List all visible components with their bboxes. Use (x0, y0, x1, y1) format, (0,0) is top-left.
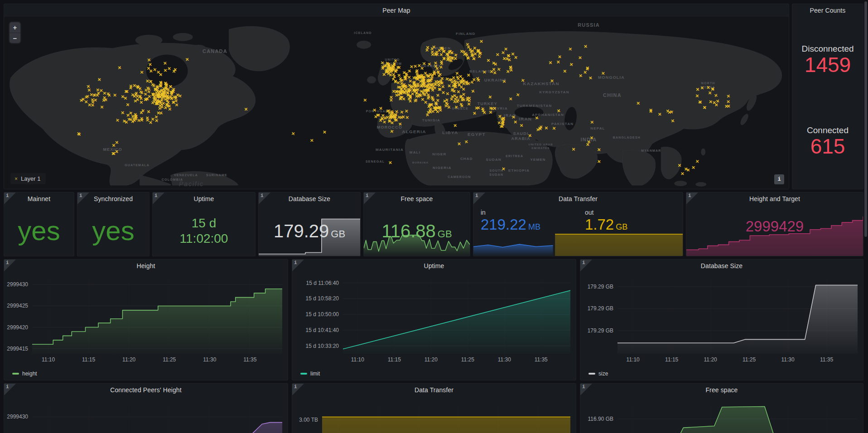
peer-marker[interactable]: ✕ (418, 74, 422, 79)
peer-marker[interactable]: ✕ (461, 96, 465, 101)
panel-info-icon[interactable]: i (473, 192, 485, 204)
peer-marker[interactable]: ✕ (398, 121, 402, 127)
peer-marker[interactable]: ✕ (691, 165, 695, 170)
peer-marker[interactable]: ✕ (636, 101, 640, 106)
peer-marker[interactable]: ✕ (404, 77, 408, 82)
peer-marker[interactable]: ✕ (586, 142, 590, 147)
peer-marker[interactable]: ✕ (430, 96, 435, 101)
panel-info-icon[interactable]: i (364, 192, 376, 204)
peer-marker[interactable]: ✕ (161, 91, 165, 96)
peer-marker[interactable]: ✕ (124, 89, 128, 94)
peer-marker[interactable]: ✕ (727, 104, 731, 109)
peer-marker[interactable]: ✕ (420, 66, 424, 71)
peer-marker[interactable]: ✕ (310, 138, 314, 143)
panel-info-icon[interactable]: i (77, 192, 89, 204)
peer-marker[interactable]: ✕ (476, 77, 481, 83)
peer-marker[interactable]: ✕ (125, 102, 130, 108)
peer-marker[interactable]: ✕ (703, 105, 707, 111)
peer-marker[interactable]: ✕ (402, 70, 406, 75)
peer-marker[interactable]: ✕ (122, 119, 126, 124)
peer-marker[interactable]: ✕ (387, 67, 391, 72)
peer-marker[interactable]: ✕ (552, 125, 556, 131)
peer-marker[interactable]: ✕ (427, 78, 431, 83)
peer-marker[interactable]: ✕ (159, 72, 163, 77)
panel-info-icon[interactable]: i (580, 260, 592, 271)
peer-marker[interactable]: ✕ (154, 99, 159, 104)
peer-marker[interactable]: ✕ (291, 131, 295, 136)
peer-marker[interactable]: ✕ (453, 96, 458, 102)
peer-marker[interactable]: ✕ (163, 86, 168, 91)
peer-marker[interactable]: ✕ (148, 62, 153, 67)
map-layer-legend[interactable]: × Layer 1 (10, 173, 46, 184)
peer-marker[interactable]: ✕ (649, 108, 653, 113)
peer-marker[interactable]: ✕ (597, 159, 601, 164)
legend-item[interactable]: limit (300, 370, 320, 377)
peer-marker[interactable]: ✕ (715, 99, 720, 104)
panel-info-icon[interactable]: i (4, 192, 16, 204)
peer-marker[interactable]: ✕ (457, 141, 461, 146)
peer-marker[interactable]: ✕ (433, 72, 437, 77)
peer-marker[interactable]: ✕ (482, 110, 486, 115)
peer-marker[interactable]: ✕ (154, 114, 159, 120)
peer-marker[interactable]: ✕ (408, 78, 412, 83)
peer-marker[interactable]: ✕ (121, 110, 125, 115)
peer-marker[interactable]: ✕ (386, 115, 390, 120)
panel-info-icon[interactable]: i (259, 192, 270, 204)
peer-marker[interactable]: ✕ (100, 105, 104, 110)
peer-marker[interactable]: ✕ (590, 135, 593, 140)
peer-marker[interactable]: ✕ (363, 97, 367, 102)
peer-marker[interactable]: ✕ (501, 118, 506, 124)
peer-marker[interactable]: ✕ (487, 58, 490, 63)
peer-marker[interactable]: ✕ (115, 149, 119, 154)
peer-marker[interactable]: ✕ (406, 92, 410, 97)
peer-marker[interactable]: ✕ (467, 96, 471, 101)
peer-marker[interactable]: ✕ (158, 83, 162, 88)
peer-marker[interactable]: ✕ (497, 67, 501, 72)
peer-marker[interactable]: ✕ (172, 95, 176, 100)
peer-marker[interactable]: ✕ (405, 109, 409, 114)
peer-marker[interactable]: ✕ (244, 107, 248, 112)
peer-marker[interactable]: ✕ (528, 133, 532, 139)
peer-marker[interactable]: ✕ (389, 98, 393, 103)
peer-marker[interactable]: ✕ (558, 54, 561, 59)
peer-marker[interactable]: ✕ (117, 65, 122, 70)
peer-marker[interactable]: ✕ (699, 100, 703, 105)
peer-marker[interactable]: ✕ (434, 64, 438, 69)
peer-marker[interactable]: ✕ (511, 115, 516, 120)
peer-marker[interactable]: ✕ (695, 93, 699, 99)
peer-marker[interactable]: ✕ (670, 118, 675, 124)
peer-marker[interactable]: ✕ (144, 87, 148, 93)
peer-marker[interactable]: ✕ (514, 55, 518, 60)
peer-marker[interactable]: ✕ (166, 94, 169, 99)
peer-marker[interactable]: ✕ (428, 110, 432, 115)
peer-marker[interactable]: ✕ (102, 98, 106, 103)
peer-marker[interactable]: ✕ (456, 76, 460, 81)
peer-marker[interactable]: ✕ (376, 113, 380, 118)
peer-marker[interactable]: ✕ (430, 82, 434, 87)
peer-marker[interactable]: ✕ (461, 78, 465, 84)
peer-marker[interactable]: ✕ (99, 88, 103, 93)
peer-marker[interactable]: ✕ (86, 94, 90, 99)
legend-item[interactable]: height (12, 370, 37, 377)
peer-marker[interactable]: ✕ (381, 113, 385, 118)
peer-marker[interactable]: ✕ (521, 78, 525, 83)
peer-marker[interactable]: ✕ (434, 106, 438, 112)
peer-marker[interactable]: ✕ (393, 68, 398, 74)
peer-marker[interactable]: ✕ (163, 61, 167, 66)
peer-marker[interactable]: ✕ (398, 89, 402, 94)
peer-marker[interactable]: ✕ (115, 118, 120, 123)
zoom-out-button[interactable]: − (10, 33, 20, 43)
peer-marker[interactable]: ✕ (445, 91, 449, 96)
peer-marker[interactable]: ✕ (397, 73, 401, 78)
peer-marker[interactable]: ✕ (164, 105, 168, 111)
peer-marker[interactable]: ✕ (516, 92, 520, 97)
peer-marker[interactable]: ✕ (714, 93, 718, 98)
peer-marker[interactable]: ✕ (585, 67, 590, 72)
peer-marker[interactable]: ✕ (149, 68, 153, 74)
peer-marker[interactable]: ✕ (390, 120, 394, 125)
peer-marker[interactable]: ✕ (440, 76, 444, 81)
peer-marker[interactable]: ✕ (467, 72, 471, 77)
peer-marker[interactable]: ✕ (425, 45, 429, 50)
peer-marker[interactable]: ✕ (323, 130, 327, 135)
peer-marker[interactable]: ✕ (590, 120, 594, 125)
